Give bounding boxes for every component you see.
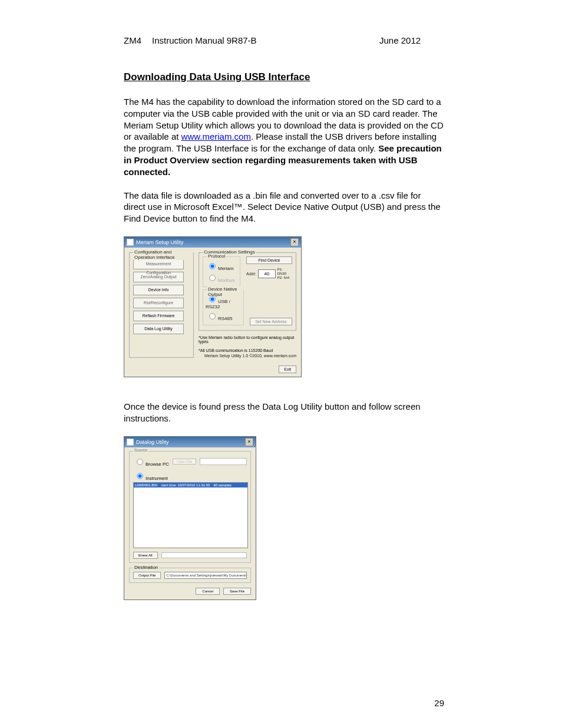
save-file-button[interactable]: Save File [223,588,251,595]
section-title: Downloading Data Using USB Interface [124,71,444,83]
app-icon [127,439,134,446]
protocol-group: Protocol Meriam Modbus [203,256,240,287]
header-zm4: ZM4 [124,35,152,45]
addr-label: Addr: [246,272,256,276]
find-device-button[interactable]: Find Device [246,256,292,264]
device-info-button[interactable]: Device Info [133,285,184,295]
cancel-button[interactable]: Cancel [196,588,220,595]
app-icon [127,239,134,246]
datalog-title: Datalog Utility [136,439,169,445]
paragraph-1: The M4 has the capability to download th… [124,96,444,178]
note-baud: *All USB communication is 115200 Baud [199,348,296,353]
copyright-text: Meriam Setup Utility 1.0 ©2010, www.meri… [199,354,296,358]
note-meriam: *Use Meriam radio button to configure an… [199,335,296,344]
zero-output-button[interactable]: Zero/Analog Output [133,272,184,282]
config-group-label: Configuration and Operation Interface [133,249,193,260]
row-samples: 60 samples [213,483,232,487]
setup-title-bar: Meriam Setup Utility × [124,237,301,248]
meriam-link[interactable]: www.meriam.com [181,131,251,141]
reflash-firmware-button[interactable]: Reflash Firmware [133,311,184,321]
config-interface-group: Configuration and Operation Interface Me… [129,252,194,358]
exit-button[interactable]: Exit [279,365,296,373]
header-date: June 2012 [379,35,444,45]
browse-pc-radio[interactable]: Browse PC [133,456,169,467]
data-log-utility-button[interactable]: Data Log Utility [133,324,184,334]
row-time: start time: 10/07/2010 11:31:55 [161,483,210,487]
measurement-config-button[interactable]: Measurement Configuration [133,259,184,269]
setup-utility-dialog: Meriam Setup Utility × Configuration and… [124,236,302,377]
protocol-meriam-radio[interactable]: Meriam [206,261,237,271]
close-icon[interactable]: × [245,438,253,446]
output-file-button[interactable]: Output File [133,572,161,579]
destination-label: Destination [133,565,159,570]
datalog-title-bar: Datalog Utility × [124,437,256,447]
page-header: ZM4 Instruction Manual 9R87-B June 2012 [124,35,444,45]
header-manual: Instruction Manual 9R87-B [152,35,379,45]
destination-group: Destination Output File C:\Documents and… [129,568,251,583]
row-file: L0000001.BIN [135,483,157,487]
protocol-label: Protocol [207,253,226,259]
comm-settings-group: Communication Settings Protocol Meriam M… [199,252,296,331]
paragraph-3: Once the device is found press the Data … [124,401,444,424]
set-new-address-button[interactable]: Set New Address [250,318,292,325]
protocol-modbus-radio[interactable]: Modbus [206,272,237,283]
datalog-utility-dialog: Datalog Utility × Source Browse PC Open … [124,436,256,600]
progress-bar [161,552,247,558]
source-label: Source [133,448,148,452]
p2-status: P2: N/A [277,276,292,280]
pc-path-field[interactable] [200,458,247,465]
setup-title: Meriam Setup Utility [136,239,184,245]
native-output-label: Device Native Output [207,286,243,297]
paragraph-2: The data file is downloaded as a .bin fi… [124,190,444,225]
page-number: 29 [434,698,444,708]
rst-reconfigure-button[interactable]: Rst/Reconfigure [133,298,184,308]
instrument-radio[interactable]: Instrument [133,470,247,481]
erase-all-button[interactable]: Erase All [133,552,158,559]
destination-path[interactable]: C:\Documents and Settings\jstewart\My Do… [164,572,247,579]
open-file-button[interactable]: Open File [173,459,196,465]
file-list-selected-row[interactable]: L0000001.BIN start time: 10/07/2010 11:3… [134,483,247,487]
native-output-group: Device Native Output USB / RS232 RS485 [203,289,244,325]
p1-status: P1: DN20 [277,268,292,276]
close-icon[interactable]: × [290,238,299,246]
native-rs485-radio[interactable]: RS485 [206,311,241,321]
file-list[interactable]: L0000001.BIN start time: 10/07/2010 11:3… [133,482,248,548]
addr-input[interactable] [258,269,276,278]
source-group: Source Browse PC Open File Instrument L0… [129,451,251,563]
